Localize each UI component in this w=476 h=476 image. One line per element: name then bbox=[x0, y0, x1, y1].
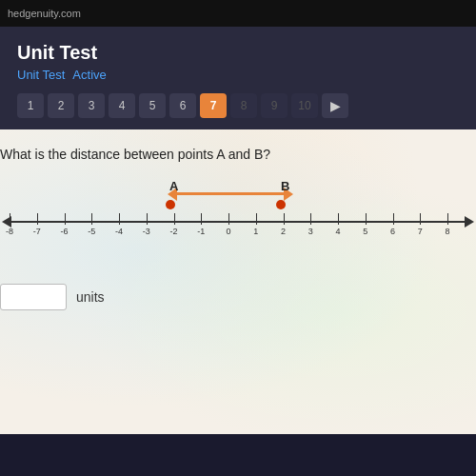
tick bbox=[10, 213, 10, 225]
top-bar: hedgenuity.com bbox=[0, 0, 476, 27]
question-card: What is the distance between points A an… bbox=[0, 129, 476, 434]
question-text: What is the distance between points A an… bbox=[0, 147, 476, 162]
tab-9[interactable]: 9 bbox=[261, 93, 288, 118]
tick bbox=[65, 213, 66, 225]
tick-label: 3 bbox=[308, 227, 313, 236]
tick-label: 5 bbox=[363, 227, 367, 236]
page-title: Unit Test bbox=[17, 42, 459, 64]
breadcrumb: Unit Test Active bbox=[17, 68, 459, 82]
breadcrumb-status: Active bbox=[72, 68, 106, 82]
tick bbox=[174, 213, 175, 225]
dot-b bbox=[276, 200, 286, 209]
tab-6[interactable]: 6 bbox=[169, 93, 196, 118]
answer-row: units bbox=[0, 284, 476, 310]
orange-line bbox=[175, 192, 286, 195]
tick-label: -5 bbox=[88, 227, 95, 236]
tab-4[interactable]: 4 bbox=[109, 93, 135, 118]
tick-label: 7 bbox=[418, 227, 423, 236]
tick bbox=[310, 213, 311, 225]
tick bbox=[338, 213, 339, 225]
tab-1[interactable]: 1 bbox=[17, 93, 44, 118]
tick-label: 2 bbox=[281, 227, 286, 236]
tab-7[interactable]: 7 bbox=[200, 93, 227, 118]
tick-label: -6 bbox=[60, 227, 68, 236]
tick bbox=[201, 213, 202, 225]
main-content: Unit Test Unit Test Active 1 2 3 4 5 6 7… bbox=[0, 27, 476, 129]
tick bbox=[228, 213, 229, 225]
tick-label: 4 bbox=[335, 227, 340, 236]
tab-10[interactable]: 10 bbox=[291, 93, 318, 118]
tick-label: 0 bbox=[226, 227, 230, 236]
tab-3[interactable]: 3 bbox=[78, 93, 105, 118]
url-text: hedgenuity.com bbox=[8, 8, 81, 19]
tab-8[interactable]: 8 bbox=[230, 93, 257, 118]
label-b: B bbox=[281, 179, 289, 193]
tick bbox=[393, 213, 394, 225]
tick bbox=[284, 213, 285, 225]
dot-a bbox=[166, 200, 175, 209]
tick-label: 8 bbox=[445, 227, 449, 236]
tick bbox=[447, 213, 448, 225]
tick-label: -2 bbox=[169, 227, 177, 236]
next-arrow-button[interactable]: ▶ bbox=[322, 93, 348, 118]
tab-2[interactable]: 2 bbox=[48, 93, 74, 118]
question-tabs: 1 2 3 4 5 6 7 8 9 10 ▶ bbox=[17, 93, 459, 118]
tick bbox=[119, 213, 120, 225]
answer-input[interactable] bbox=[0, 284, 67, 310]
tick bbox=[256, 213, 257, 225]
tick bbox=[147, 213, 148, 225]
tick-label: -4 bbox=[115, 227, 123, 236]
number-line-container: A B -8-7-6-5-4-3-2-1012345678 bbox=[0, 179, 476, 265]
tick bbox=[91, 213, 92, 225]
units-label: units bbox=[76, 289, 105, 305]
label-a: A bbox=[169, 179, 178, 193]
tick bbox=[366, 213, 367, 225]
tick bbox=[37, 213, 38, 225]
tick-label: -3 bbox=[143, 227, 150, 236]
tick-label: -1 bbox=[197, 227, 205, 236]
axis-line bbox=[10, 221, 466, 223]
tick-label: 1 bbox=[253, 227, 258, 236]
breadcrumb-unit: Unit Test bbox=[17, 68, 65, 82]
tick-label: 6 bbox=[390, 227, 395, 236]
tick-label: -7 bbox=[33, 227, 41, 236]
tick bbox=[420, 213, 421, 225]
tick-label: -8 bbox=[6, 227, 13, 236]
tab-5[interactable]: 5 bbox=[139, 93, 166, 118]
